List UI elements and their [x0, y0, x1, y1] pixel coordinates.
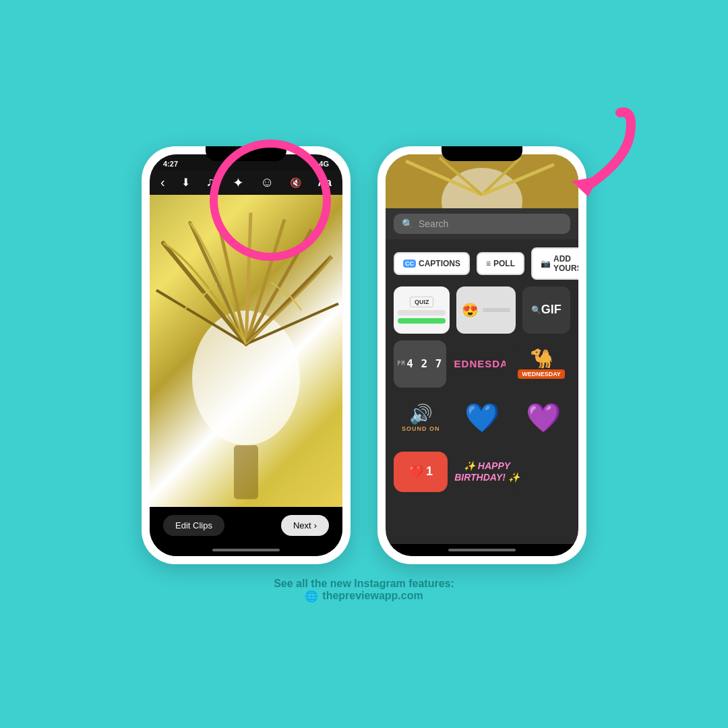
phone-left: 4:27 4G ‹ ⬇ ♫ ✦ ☺ 🔇 Aa: [142, 146, 351, 564]
footer: See all the new Instagram features: 🌐 th…: [274, 578, 454, 603]
captions-label: CAPTIONS: [419, 259, 460, 268]
poll-label: POLL: [493, 259, 515, 268]
wednesday-sticker[interactable]: WEDNESDAY: [453, 340, 506, 388]
edit-clips-button[interactable]: Edit Clips: [163, 515, 224, 536]
sound-on-sticker[interactable]: 🔊 SOUND ON: [394, 394, 448, 442]
globe-icon: 🌐: [305, 590, 318, 603]
time-sticker[interactable]: PM 4 2 7: [394, 340, 446, 388]
quiz-sticker[interactable]: QUIZ: [394, 286, 450, 334]
footer-line2: 🌐 thepreviewapp.com: [274, 590, 454, 603]
add-yours-tag[interactable]: 📷 ADD YOURS: [531, 247, 578, 280]
reaction-sticker[interactable]: 😍: [456, 286, 515, 334]
home-indicator-right: [386, 544, 578, 556]
photo-strip-right: [386, 154, 578, 208]
purple-heart-emoji: 💜: [526, 401, 561, 434]
quiz-title: QUIZ: [410, 297, 434, 307]
mute-icon[interactable]: 🔇: [290, 177, 301, 188]
phone-right: 🔍 Search CC CAPTIONS ≡ POLL: [377, 146, 586, 564]
search-gif-icon: 🔍: [531, 305, 541, 315]
notch-right: [442, 146, 522, 161]
music-icon[interactable]: ♫: [206, 175, 216, 190]
phone-left-inner: 4:27 4G ‹ ⬇ ♫ ✦ ☺ 🔇 Aa: [150, 154, 342, 556]
like-count: 1: [426, 464, 433, 479]
wednesday-label: WEDNESDAY: [453, 358, 506, 369]
purple-heart-sticker[interactable]: 💜: [516, 394, 570, 442]
blue-heart-emoji: 💙: [464, 401, 499, 434]
bottom-bar-left: Edit Clips Next ›: [150, 507, 342, 544]
sticker-tags-row: CC CAPTIONS ≡ POLL 📷 ADD YOURS: [394, 247, 570, 280]
birthday-sticker[interactable]: ✨ HAPPYBIRTHDAY! ✨: [454, 452, 520, 492]
face-icon[interactable]: ☺: [260, 175, 274, 190]
birthday-label: ✨ HAPPYBIRTHDAY! ✨: [454, 460, 520, 483]
phone-right-inner: 🔍 Search CC CAPTIONS ≡ POLL: [386, 154, 578, 556]
photo-area-left: [150, 195, 342, 507]
camera-icon: 📷: [541, 259, 551, 268]
like-count-sticker[interactable]: ❤️ 1: [394, 452, 448, 492]
chevron-right-icon: ›: [314, 520, 317, 530]
poll-tag[interactable]: ≡ POLL: [477, 252, 524, 275]
phones-row: 4:27 4G ‹ ⬇ ♫ ✦ ☺ 🔇 Aa: [142, 146, 586, 564]
reaction-bar: [483, 308, 510, 312]
sticker-row-4: 🔊 SOUND ON 💙 💜: [394, 394, 570, 442]
add-yours-label: ADD YOURS: [553, 254, 578, 273]
empty-sticker: [526, 448, 570, 495]
home-indicator-left: [150, 544, 342, 556]
camel-emoji: 🐪: [530, 349, 553, 368]
footer-line1: See all the new Instagram features:: [274, 578, 454, 590]
sound-on-label: SOUND ON: [402, 425, 440, 432]
toolbar-left: ‹ ⬇ ♫ ✦ ☺ 🔇 Aa: [150, 171, 342, 195]
search-bar-area: 🔍 Search: [386, 208, 578, 239]
home-bar-left: [212, 549, 280, 551]
cc-icon: CC: [403, 260, 416, 268]
am-pm: PM: [398, 361, 406, 367]
signal-display: 4G: [319, 160, 329, 168]
quiz-option-1: [398, 310, 446, 315]
home-bar-right: [448, 549, 516, 551]
download-icon[interactable]: ⬇: [181, 176, 190, 189]
camel-sticker[interactable]: 🐪 WEDNESDAY: [512, 340, 570, 388]
gif-label: GIF: [541, 303, 562, 317]
camel-label: WEDNESDAY: [518, 369, 565, 379]
sound-on-emoji: 🔊: [409, 403, 433, 425]
sticker-row-3: PM 4 2 7 WEDNESDAY 🐪 WEDNESDAY: [394, 340, 570, 388]
palm-overlay: [150, 195, 342, 507]
search-placeholder: Search: [419, 218, 448, 229]
text-icon[interactable]: Aa: [317, 177, 331, 189]
notch-left: [206, 146, 286, 161]
search-icon: 🔍: [402, 218, 413, 229]
sticker-row-2: QUIZ 😍 🔍 GIF: [394, 286, 570, 334]
back-icon[interactable]: ‹: [160, 175, 165, 190]
next-button[interactable]: Next ›: [281, 515, 329, 536]
reaction-emoji: 😍: [462, 302, 479, 318]
main-content: 4:27 4G ‹ ⬇ ♫ ✦ ☺ 🔇 Aa: [0, 126, 728, 603]
sparkle-icon[interactable]: ✦: [233, 175, 244, 191]
blue-heart-sticker[interactable]: 💙: [455, 394, 510, 442]
footer-url: thepreviewapp.com: [322, 590, 423, 602]
quiz-option-2: [398, 318, 446, 324]
poll-icon: ≡: [486, 259, 491, 268]
time-display: 4:27: [163, 160, 178, 168]
captions-tag[interactable]: CC CAPTIONS: [394, 252, 470, 275]
search-bar[interactable]: 🔍 Search: [394, 214, 570, 234]
sticker-row-5: ❤️ 1 ✨ HAPPYBIRTHDAY! ✨: [394, 448, 570, 495]
gif-sticker[interactable]: 🔍 GIF: [522, 286, 570, 334]
like-icon: ❤️: [408, 464, 423, 479]
sticker-grid: CC CAPTIONS ≡ POLL 📷 ADD YOURS: [386, 239, 578, 544]
time-value: 4 2 7: [406, 357, 442, 370]
svg-rect-10: [234, 445, 258, 499]
